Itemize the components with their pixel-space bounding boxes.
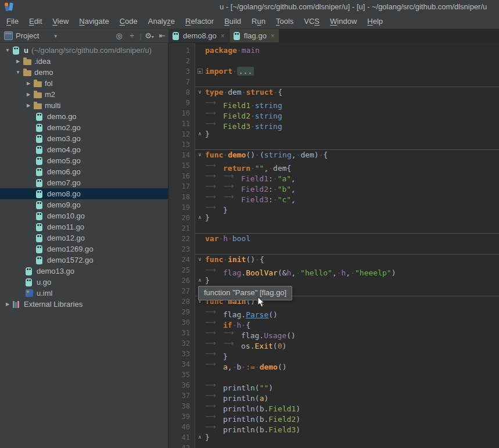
code-line-21[interactable]: 21 [169,223,499,234]
tree-item-external-libraries[interactable]: ▶External Libraries [0,299,168,310]
expand-arrow-icon[interactable]: ▶ [13,59,23,64]
menu-item-window[interactable]: Window [325,17,362,26]
code-line-40[interactable]: 40⟶println(b.Field3) [169,422,499,432]
fold-marker[interactable]: ∨ [195,150,204,160]
tree-item--idea[interactable]: ▶.idea [0,56,168,67]
code-line-14[interactable]: 14∨func·demo()·(string,·dem)·{ [169,150,499,160]
code-line-7[interactable]: 7 [169,77,499,87]
code-line-41[interactable]: 41∧} [169,432,499,443]
code-line-20[interactable]: 20∧} [169,213,499,223]
tab-flag-go[interactable]: flag.go × [229,29,279,42]
menu-item-tools[interactable]: Tools [271,17,299,26]
code-line-36[interactable]: 36⟶println("") [169,380,499,390]
fold-marker[interactable]: ∧ [195,213,204,223]
close-tab-icon[interactable]: × [271,32,275,40]
menu-item-run[interactable]: Run [246,17,271,26]
code-line-17[interactable]: 17⟶⟶Field2:·"b", [169,181,499,192]
expand-arrow-icon[interactable]: ▶ [2,302,13,307]
project-panel-title: Project [16,31,39,40]
tree-item-demo7-go[interactable]: demo7.go [0,177,168,188]
fold-marker[interactable]: ∨ [195,255,204,265]
code-line-30[interactable]: 30⟶if·h·{ [169,317,499,328]
menu-item-view[interactable]: View [47,17,74,26]
code-line-8[interactable]: 8∨type·dem·struct·{ [169,87,499,98]
tree-item-demo1269-go[interactable]: demo1269.go [0,243,168,255]
expand-arrow-icon[interactable]: ▶ [23,81,34,86]
fold-marker[interactable]: + [195,66,204,77]
tree-item-demo10-go[interactable]: demo10.go [0,210,168,221]
collapse-all-icon[interactable]: ÷ [125,31,138,40]
tree-item-demo6-go[interactable]: demo6.go [0,166,168,177]
fold-marker[interactable]: ∧ [195,432,204,443]
tree-item-demo12-go[interactable]: demo12.go [0,232,168,243]
tree-item-demo11-go[interactable]: demo11.go [0,221,168,232]
code-line-37[interactable]: 37⟶println(a) [169,390,499,401]
menu-item-vcs[interactable]: VCS [299,17,325,26]
tree-item-multi[interactable]: ▶multi [0,100,168,111]
menu-item-navigate[interactable]: Navigate [74,17,114,26]
code-line-10[interactable]: 10⟶Field2·string [169,108,499,119]
code-line-22[interactable]: 22var·h·bool [169,234,499,244]
menu-item-code[interactable]: Code [114,17,143,26]
code-line-11[interactable]: 11⟶Field3·string [169,119,499,129]
code-line-38[interactable]: 38⟶println(b.Field1) [169,401,499,411]
code-editor[interactable]: 1package·main23+import·...78∨type·dem·st… [169,43,499,448]
menu-item-analyze[interactable]: Analyze [143,17,180,26]
code-line-16[interactable]: 16⟶⟶Field1:·"a", [169,171,499,181]
tree-item-demo5-go[interactable]: demo5.go [0,155,168,166]
expand-arrow-icon[interactable]: ▶ [23,103,34,108]
code-line-1[interactable]: 1package·main [169,45,499,56]
code-line-24[interactable]: 24∨func·init()·{ [169,255,499,265]
tab-demo8-go[interactable]: demo8.go × [168,29,229,42]
chevron-down-icon[interactable]: ▾ [54,33,57,39]
code-line-15[interactable]: 15⟶return·"",·dem{ [169,160,499,171]
code-line-3[interactable]: 3+import·... [169,66,499,77]
tree-item-demo4-go[interactable]: demo4.go [0,144,168,155]
code-line-33[interactable]: 33⟶} [169,349,499,359]
code-line-25[interactable]: 25⟶flag.BoolVar(&h,·"hello",·h,·"heeelp"… [169,265,499,275]
code-line-35[interactable]: 35 [169,370,499,380]
code-line-19[interactable]: 19⟶} [169,202,499,213]
tree-item-m2[interactable]: ▶m2 [0,89,168,100]
tree-item-demo2-go[interactable]: demo2.go [0,122,168,133]
menu-item-file[interactable]: File [1,17,24,26]
code-line-29[interactable]: 29⟶flag.Parse() [169,307,499,317]
code-line-23[interactable]: 23 [169,244,499,255]
hide-panel-icon[interactable]: ⇤ [156,31,168,40]
code-line-2[interactable]: 2 [169,56,499,66]
code-line-42[interactable]: 42 [169,443,499,448]
code-line-34[interactable]: 34⟶a,·b·:=·demo() [169,359,499,370]
menu-item-build[interactable]: Build [219,17,246,26]
menu-item-refactor[interactable]: Refactor [180,17,219,26]
line-number: 31 [169,328,195,338]
fold-marker[interactable]: ∧ [195,129,204,139]
tree-item-u-go[interactable]: u.go [0,277,168,288]
expand-arrow-icon[interactable]: ▶ [23,92,34,97]
menu-item-edit[interactable]: Edit [24,17,47,26]
locate-file-icon[interactable]: ◎ [113,31,125,40]
code-line-18[interactable]: 18⟶⟶Field3:·"c", [169,192,499,202]
tree-item-demo13-go[interactable]: demo13.go [0,266,168,277]
close-tab-icon[interactable]: × [221,32,225,40]
code-line-39[interactable]: 39⟶println(b.Field2) [169,411,499,422]
tree-item-demo9-go[interactable]: demo9.go [0,199,168,210]
code-line-9[interactable]: 9⟶Field1·string [169,98,499,108]
tree-item-demo8-go[interactable]: demo8.go [0,188,168,199]
settings-gear-icon[interactable]: ⚙▾ [143,31,156,40]
code-line-13[interactable]: 13 [169,139,499,150]
tree-item-demo3-go[interactable]: demo3.go [0,133,168,144]
fold-marker[interactable]: ∧ [195,275,204,286]
collapse-arrow-icon[interactable]: ▼ [2,48,13,53]
tree-item-demo1572-go[interactable]: demo1572.go [0,255,168,266]
tree-item-u[interactable]: ▼u(~/golang/src/github.com/dlsniper/u) [0,45,168,56]
tree-item-demo[interactable]: ▼demo [0,67,168,78]
code-line-32[interactable]: 32⟶⟶os.Exit(0) [169,338,499,349]
menu-item-help[interactable]: Help [362,17,388,26]
code-line-12[interactable]: 12∧} [169,129,499,139]
tree-item-fol[interactable]: ▶fol [0,78,168,89]
tree-item-demo-go[interactable]: demo.go [0,111,168,122]
code-line-31[interactable]: 31⟶⟶flag.Usage() [169,328,499,338]
fold-marker[interactable]: ∨ [195,87,204,98]
collapse-arrow-icon[interactable]: ▼ [13,70,23,75]
tree-item-u-iml[interactable]: u.iml [0,288,168,299]
